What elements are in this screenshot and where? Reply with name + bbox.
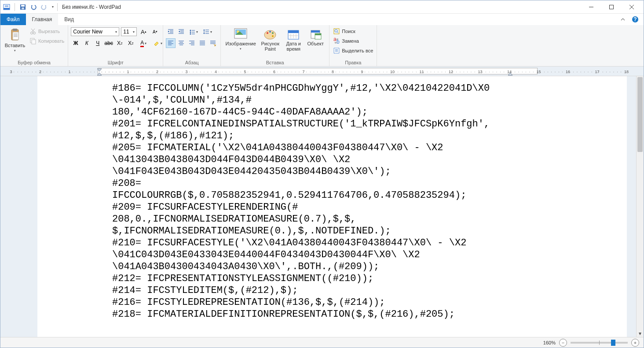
italic-button[interactable]: К xyxy=(82,38,91,48)
superscript-button[interactable]: X2 xyxy=(126,38,135,48)
redo-icon[interactable] xyxy=(40,3,48,11)
line-spacing-button[interactable]: ▾ xyxy=(201,27,214,37)
svg-point-67 xyxy=(272,32,274,34)
shrink-font-button[interactable]: A▾ xyxy=(150,27,160,37)
group-font: Courier New▾ 11▾ A▴ A▾ Ж К Ч abc X2 X2 A… xyxy=(68,25,163,66)
increase-indent-button[interactable] xyxy=(176,27,186,37)
align-left-button[interactable] xyxy=(166,38,176,48)
svg-point-35 xyxy=(190,32,191,33)
help-icon[interactable]: ? xyxy=(629,14,641,25)
svg-rect-15 xyxy=(13,32,18,40)
group-paragraph: ▾ ▾ Абзац xyxy=(163,25,221,66)
group-editing: Поиск ab Замена Выделить все Правка xyxy=(329,25,377,66)
insert-image-button[interactable]: Изображение ▾ xyxy=(223,27,258,52)
tab-file[interactable]: Файл xyxy=(0,14,26,25)
svg-rect-24 xyxy=(32,40,36,44)
svg-point-19 xyxy=(31,32,33,34)
app-icon[interactable] xyxy=(2,3,11,11)
svg-rect-1 xyxy=(4,8,10,10)
svg-rect-76 xyxy=(311,30,320,33)
qat-dropdown-icon[interactable]: ▾ xyxy=(50,3,55,11)
font-size-combo[interactable]: 11▾ xyxy=(121,27,137,36)
font-name-combo[interactable]: Courier New▾ xyxy=(71,27,119,36)
maximize-button[interactable] xyxy=(601,1,622,13)
find-button[interactable]: Поиск xyxy=(332,27,374,36)
svg-line-81 xyxy=(337,32,338,33)
zoom-out-button[interactable]: − xyxy=(559,339,567,347)
paste-button[interactable]: Вставить ▾ xyxy=(3,27,27,53)
insert-paint-button[interactable]: Рисунок Paint xyxy=(258,27,282,52)
svg-text:a: a xyxy=(333,37,337,42)
zoom-in-button[interactable]: + xyxy=(631,339,639,347)
group-clipboard: Вставить ▾ Вырезать Копировать Буфер обм… xyxy=(0,25,68,66)
insert-object-button[interactable]: Объект xyxy=(304,27,326,47)
group-insert: Изображение ▾ Рисунок Paint Дата и время… xyxy=(221,25,329,66)
scroll-down-icon[interactable]: ▾ xyxy=(637,329,644,337)
underline-button[interactable]: Ч xyxy=(93,38,102,48)
page[interactable]: #186= IFCCOLUMN('1CzY5W5dr4nPHCGDhwYggY'… xyxy=(37,76,627,337)
zoom-slider-handle[interactable] xyxy=(611,340,615,346)
grow-font-button[interactable]: A▴ xyxy=(139,27,148,37)
undo-icon[interactable] xyxy=(29,3,38,11)
ribbon-collapse-button[interactable] xyxy=(617,14,629,25)
titlebar: ▾ Без имени.ifc - WordPad xyxy=(0,0,644,14)
svg-point-20 xyxy=(33,32,36,34)
font-color-button[interactable]: A▾ xyxy=(137,38,150,48)
svg-rect-6 xyxy=(22,7,24,9)
window-title: Без имени.ifc - WordPad xyxy=(62,4,121,10)
zoom-slider[interactable] xyxy=(571,342,628,344)
bullets-button[interactable]: ▾ xyxy=(187,27,200,37)
cut-button[interactable]: Вырезать xyxy=(29,27,65,36)
replace-button[interactable]: ab Замена xyxy=(332,37,374,45)
ruler[interactable]: 3·······2·······1·······1·······2·······… xyxy=(0,67,644,76)
close-button[interactable] xyxy=(622,1,642,13)
tab-home[interactable]: Главная xyxy=(26,14,59,25)
copy-button[interactable]: Копировать xyxy=(29,37,65,45)
vertical-scrollbar[interactable]: ▾ xyxy=(636,76,644,337)
tab-bar: Файл Главная Вид ? xyxy=(0,14,644,25)
svg-rect-78 xyxy=(315,33,321,35)
highlight-button[interactable]: ▾ xyxy=(151,38,165,48)
document-text[interactable]: #186= IFCCOLUMN('1CzY5W5dr4nPHCGDhwYggY'… xyxy=(112,82,627,320)
zoom-level: 160% xyxy=(543,340,556,345)
ribbon: Вставить ▾ Вырезать Копировать Буфер обм… xyxy=(0,25,644,67)
svg-point-37 xyxy=(190,33,191,35)
svg-rect-14 xyxy=(13,29,17,31)
svg-rect-84 xyxy=(334,48,339,53)
svg-text:?: ? xyxy=(633,16,637,22)
strikethrough-button[interactable]: abc xyxy=(104,38,113,48)
statusbar: 160% − + xyxy=(0,337,644,348)
svg-line-22 xyxy=(31,29,34,32)
svg-point-68 xyxy=(272,35,274,37)
insert-datetime-button[interactable]: Дата и время xyxy=(282,27,304,52)
svg-rect-70 xyxy=(288,30,299,33)
save-icon[interactable] xyxy=(18,3,27,11)
svg-point-66 xyxy=(269,31,271,33)
paragraph-dialog-button[interactable] xyxy=(208,38,218,48)
svg-rect-5 xyxy=(21,5,25,7)
svg-point-65 xyxy=(267,32,268,34)
align-right-button[interactable] xyxy=(187,38,197,48)
subscript-button[interactable]: X2 xyxy=(115,38,124,48)
bold-button[interactable]: Ж xyxy=(71,38,80,48)
minimize-button[interactable] xyxy=(581,1,601,13)
svg-rect-8 xyxy=(610,5,614,9)
align-center-button[interactable] xyxy=(176,38,186,48)
scrollbar-thumb[interactable] xyxy=(637,77,643,152)
decrease-indent-button[interactable] xyxy=(166,27,176,37)
align-justify-button[interactable] xyxy=(198,38,207,48)
document-area: #186= IFCCOLUMN('1CzY5W5dr4nPHCGDhwYggY'… xyxy=(0,76,644,337)
svg-line-21 xyxy=(32,29,35,32)
select-all-button[interactable]: Выделить все xyxy=(332,46,374,55)
tab-view[interactable]: Вид xyxy=(58,14,80,25)
svg-point-33 xyxy=(190,30,191,31)
